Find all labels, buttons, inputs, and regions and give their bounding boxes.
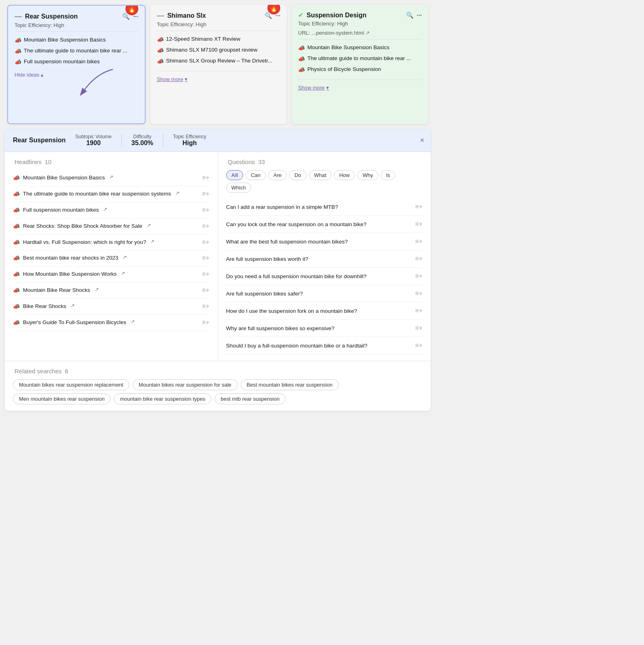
question-text-4: Do you need a full suspension mountain b… bbox=[226, 273, 367, 279]
card-title-shimano-slx: — Shimano Slx bbox=[157, 11, 206, 20]
headline-text-2: Full suspension mountain bikes bbox=[23, 206, 99, 214]
suspension-item-text-0: Mountain Bike Suspension Basics bbox=[307, 44, 389, 50]
megaphone-shimano-0: 📣 bbox=[157, 36, 164, 43]
suspension-item-1: 📣 The ultimate guide to mountain bike re… bbox=[298, 55, 422, 62]
sort-icon-q2[interactable]: ≡+ bbox=[415, 238, 423, 245]
filter-why[interactable]: Why bbox=[357, 170, 378, 180]
sort-icon-q7[interactable]: ≡+ bbox=[415, 325, 423, 332]
suspension-design-title: Suspension Design bbox=[306, 12, 366, 19]
external-icon-h5[interactable]: ↗ bbox=[123, 254, 127, 260]
search-icon-suspension[interactable]: 🔍 bbox=[406, 12, 414, 19]
megaphone-h4: 📣 bbox=[13, 239, 20, 246]
external-icon-h1[interactable]: ↗ bbox=[175, 190, 179, 196]
card-header-suspension-design: ✓ Suspension Design 🔍 ··· bbox=[298, 11, 422, 19]
suspension-item-text-1: The ultimate guide to mountain bike rear… bbox=[307, 55, 411, 61]
shimano-item-text-0: 12-Speed Shimano XT Review bbox=[166, 36, 240, 42]
sort-icon-h5[interactable]: ≡+ bbox=[202, 254, 210, 262]
external-icon-h6[interactable]: ↗ bbox=[121, 270, 125, 276]
more-icon-suspension[interactable]: ··· bbox=[417, 12, 422, 19]
sort-icon-h1[interactable]: ≡+ bbox=[202, 190, 210, 198]
question-item-6: How do I use the suspension fork on a mo… bbox=[226, 302, 423, 320]
external-icon-h9[interactable]: ↗ bbox=[131, 319, 135, 325]
filter-what[interactable]: What bbox=[309, 170, 331, 180]
external-icon-h0[interactable]: ↗ bbox=[109, 174, 113, 180]
chevron-down-icon-shimano: ▾ bbox=[185, 76, 188, 82]
tag-5[interactable]: best mtb rear suspension bbox=[215, 393, 286, 404]
filter-which[interactable]: Which bbox=[226, 183, 251, 193]
external-icon-url: ↗ bbox=[365, 30, 370, 36]
sort-icon-h4[interactable]: ≡+ bbox=[202, 239, 210, 246]
tag-4[interactable]: mountain bike rear suspension types bbox=[114, 393, 211, 404]
stat-label-volume: Subtopic Volume bbox=[75, 134, 112, 139]
stat-value-volume: 1900 bbox=[86, 139, 101, 147]
question-item-7: Why are full suspension bikes so expensi… bbox=[226, 320, 423, 337]
card-items-shimano: 📣 12-Speed Shimano XT Review 📣 Shimano S… bbox=[157, 36, 281, 64]
filter-all[interactable]: All bbox=[226, 170, 244, 180]
headlines-column: Headlines 10 📣 Mountain Bike Suspension … bbox=[5, 152, 218, 361]
card-shimano-slx: 🔥 — Shimano Slx 🔍 ··· Topic Efficiency: … bbox=[150, 5, 287, 124]
sort-icon-h6[interactable]: ≡+ bbox=[202, 270, 210, 278]
filter-can[interactable]: Can bbox=[246, 170, 266, 180]
headline-item-4: 📣 Hardtail vs. Full Suspension: which is… bbox=[13, 235, 210, 251]
sort-icon-h2[interactable]: ≡+ bbox=[202, 206, 210, 214]
tag-1[interactable]: Mountain bikes rear suspension for sale bbox=[133, 379, 238, 390]
question-text-1: Can you lock out the rear suspension on … bbox=[226, 221, 367, 227]
arrow-annotation bbox=[73, 65, 121, 99]
sort-icon-h9[interactable]: ≡+ bbox=[202, 319, 210, 326]
questions-count: 33 bbox=[258, 158, 265, 165]
sort-icon-q3[interactable]: ≡+ bbox=[415, 255, 423, 262]
chevron-down-icon-suspension: ▾ bbox=[326, 85, 329, 91]
external-icon-h2[interactable]: ↗ bbox=[103, 206, 107, 212]
headline-text-9: Buyer's Guide To Full-Suspension Bicycle… bbox=[23, 319, 126, 327]
megaphone-h8: 📣 bbox=[13, 303, 20, 310]
questions-column: Questions 33 All Can Are Do What How Why… bbox=[218, 152, 431, 361]
headline-text-6: How Mountain Bike Suspension Works bbox=[23, 270, 117, 278]
sort-icon-q5[interactable]: ≡+ bbox=[415, 290, 423, 297]
rear-suspension-title: Rear Suspension bbox=[25, 13, 78, 20]
sort-icon-q4[interactable]: ≡+ bbox=[415, 273, 423, 280]
headline-text-7: Mountain Bike Rear Shocks bbox=[23, 287, 90, 294]
question-text-6: How do I use the suspension fork on a mo… bbox=[226, 308, 357, 314]
show-more-shimano[interactable]: Show more ▾ bbox=[157, 71, 281, 82]
sort-icon-h8[interactable]: ≡+ bbox=[202, 303, 210, 310]
url-label-suspension: URL: ...pension-system.html ↗ bbox=[298, 30, 422, 36]
stat-value-efficiency: High bbox=[183, 139, 197, 147]
questions-section-title: Questions 33 bbox=[226, 158, 423, 165]
close-button[interactable]: × bbox=[420, 136, 424, 145]
sort-icon-q8[interactable]: ≡+ bbox=[415, 342, 423, 349]
filter-are[interactable]: Are bbox=[268, 170, 287, 180]
suspension-item-2: 📣 Physics of Bicycle Suspension bbox=[298, 66, 422, 73]
sort-icon-q6[interactable]: ≡+ bbox=[415, 307, 423, 314]
tag-0[interactable]: Mountain bikes rear suspension replaceme… bbox=[13, 379, 129, 390]
tag-2[interactable]: Best mountain bikes rear suspension bbox=[241, 379, 339, 390]
tag-3[interactable]: Men mountain bikes rear suspension bbox=[13, 393, 110, 404]
external-icon-h4[interactable]: ↗ bbox=[150, 239, 154, 244]
external-icon-h3[interactable]: ↗ bbox=[147, 223, 151, 228]
sort-icon-h3[interactable]: ≡+ bbox=[202, 223, 210, 230]
headline-item-9: 📣 Buyer's Guide To Full-Suspension Bicyc… bbox=[13, 315, 210, 331]
card-title-rear-suspension: — Rear Suspension bbox=[15, 12, 78, 21]
sort-icon-h7[interactable]: ≡+ bbox=[202, 287, 210, 294]
stat-difficulty: Difficulty 35.00% bbox=[131, 134, 163, 147]
question-item-0: Can I add a rear suspension in a simple … bbox=[226, 198, 423, 216]
sort-icon-q0[interactable]: ≡+ bbox=[415, 203, 423, 210]
headline-text-4: Hardtail vs. Full Suspension: which is r… bbox=[23, 239, 146, 246]
megaphone-h6: 📣 bbox=[13, 271, 20, 277]
filter-how[interactable]: How bbox=[334, 170, 355, 180]
card-header-shimano-slx: — Shimano Slx 🔍 ··· bbox=[157, 11, 281, 20]
stat-label-difficulty: Difficulty bbox=[133, 134, 151, 139]
filter-do[interactable]: Do bbox=[289, 170, 306, 180]
sort-icon-q1[interactable]: ≡+ bbox=[415, 221, 423, 228]
filter-is[interactable]: Is bbox=[381, 170, 395, 180]
sort-icon-h0[interactable]: ≡+ bbox=[202, 174, 210, 181]
external-icon-h7[interactable]: ↗ bbox=[95, 287, 99, 292]
headline-item-3: 📣 Rear Shocks: Shop Bike Shock Absorber … bbox=[13, 218, 210, 235]
related-searches-section: Related searches 6 Mountain bikes rear s… bbox=[5, 361, 431, 411]
show-more-suspension[interactable]: Show more ▾ bbox=[298, 79, 422, 91]
external-icon-h8[interactable]: ↗ bbox=[71, 303, 75, 308]
question-text-3: Are full suspension bikes worth it? bbox=[226, 256, 308, 262]
hide-ideas-link[interactable]: Hide ideas ▴ bbox=[15, 72, 138, 78]
related-section-title: Related searches 6 bbox=[13, 368, 423, 375]
shimano-item-text-1: Shimano SLX M7100 groupset review bbox=[166, 47, 258, 53]
shimano-item-1: 📣 Shimano SLX M7100 groupset review bbox=[157, 47, 281, 54]
